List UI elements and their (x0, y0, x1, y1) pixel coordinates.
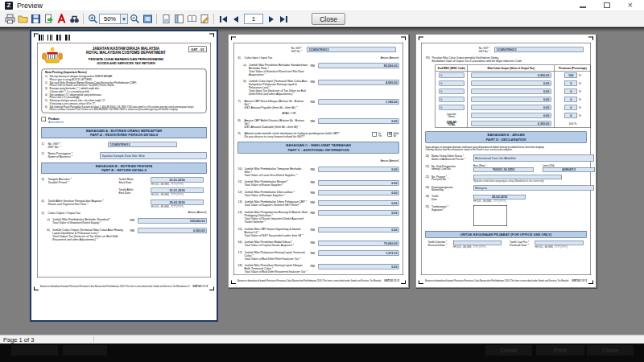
field-carry-forward: 9) Adakah anda memilih untuk membawa ke … (238, 132, 399, 138)
binoculars-icon (69, 14, 80, 24)
single-page-view-button[interactable] (159, 13, 172, 26)
next-page-icon (269, 16, 274, 23)
page-footer: Borang ini ditetapkan di bawah Peraturan… (237, 279, 399, 282)
minimize-button[interactable] (580, 6, 586, 8)
postmark-date-field (535, 241, 584, 245)
field-total-output-tax: b) Jumlah Cukai Output (Termasuk Nilai C… (47, 228, 207, 241)
facing-pages-view-button[interactable] (185, 13, 198, 26)
malaysia-coat-of-arms (42, 47, 64, 64)
gst-payable-value: 1,740.00 (319, 100, 399, 105)
crop-mark (209, 34, 214, 38)
standard-rated-supply-value: 105,000.00 (138, 218, 207, 224)
printer-icon (5, 14, 15, 24)
field-item-10: 10)Jumlah Nilai Pembekalan Tempatan Berk… (238, 167, 399, 176)
form-body: No. GST *GST No. * 123456789012 6) Cukai… (233, 43, 403, 275)
page-status-text: Page 1 of 3 (3, 336, 34, 343)
close-window-button[interactable]: × (628, 1, 633, 10)
or-label: ATAU / OR (283, 112, 399, 115)
yes-option: YaYes (373, 132, 382, 137)
declaration-text: Saya dengan ini mengaku bahawa maklumat … (426, 146, 587, 151)
next-page-button[interactable] (266, 16, 277, 23)
gst-no-value: 123456789012 (308, 47, 396, 53)
msic-breakdown-header: 19) Pecahan Nilai Cukai Output mengikut … (426, 56, 587, 62)
app-icon: Z (5, 2, 13, 10)
last-page-button[interactable] (277, 16, 291, 23)
find-button[interactable] (68, 13, 80, 26)
page-label: GST-03 | 3 / 3 (572, 279, 587, 282)
barcode (39, 35, 74, 41)
field-item-18: 18)Jumlah Nilai Pemulihan Hutang Lapuk D… (238, 264, 399, 274)
background-button (63, 345, 107, 356)
ic-old-value: A0804112 (543, 167, 595, 172)
first-page-button[interactable] (217, 16, 230, 23)
field-gst-no: 1) No. GST *GST No. * 123456789012 (42, 142, 207, 149)
document-viewport[interactable]: JABATAN KASTAM DIRAJA MALAYSIA ROYAL MAL… (0, 28, 644, 335)
zoom-level-select[interactable]: 50% (99, 14, 121, 24)
prev-page-button[interactable] (230, 16, 242, 23)
yes-checkbox (373, 132, 378, 137)
zoom-in-button[interactable] (86, 13, 99, 26)
status-bar: Page 1 of 3 (0, 335, 644, 343)
page-2[interactable]: No. GST *GST No. * 123456789012 6) Cukai… (228, 34, 409, 288)
zoom-dropdown-arrow[interactable]: ▼ (121, 14, 128, 24)
fit-page-button[interactable] (141, 13, 154, 26)
background-close-button: Close (587, 345, 634, 356)
no-checkbox: X (388, 132, 393, 137)
crop-mark (231, 37, 236, 41)
page-number-input[interactable] (244, 14, 263, 24)
office-use-fields: Tarikh Diterima *Received Date * HH (DD)… (426, 241, 587, 248)
page-footer: Borang ini ditetapkan di bawah Peraturan… (40, 285, 208, 287)
save-button[interactable] (29, 13, 42, 26)
folder-icon (18, 14, 28, 24)
gst-claimable-value: 0.00 (319, 118, 399, 124)
background-window-strip: Detail Print Close (0, 343, 644, 362)
notes-title: Nota Penting (Important Notes) (45, 71, 203, 74)
field-gst-claimable: 8) Amaun CBP Boleh Dituntut (Butiran 6b … (238, 118, 399, 128)
form-title-en: GOODS AND SERVICES TAX RETURN (67, 61, 186, 65)
output-tax-header: 5) Cukai Output / Output Tax Amaun (Amou… (42, 212, 207, 215)
no-option: XTidakNo (388, 132, 399, 137)
export-button[interactable] (42, 13, 55, 26)
crop-mark (401, 37, 406, 41)
first-page-icon (222, 16, 227, 23)
close-preview-button[interactable]: Close (312, 13, 345, 25)
page-label: GST-03 | 1 / 3 (192, 285, 208, 287)
field-business-name: 2) Nama Perniagaan *Name of Business * S… (42, 152, 207, 159)
toolbar-separator (213, 14, 214, 24)
print-button[interactable] (3, 13, 16, 26)
window-title: Preview (17, 2, 43, 10)
field-item-17: 17)Jumlah Nilai Pelepasan Hutang Lapuk T… (238, 250, 399, 260)
annotate-button[interactable] (198, 13, 211, 26)
page-1[interactable]: JABATAN KASTAM DIRAJA MALAYSIA ROYAL MAL… (30, 30, 218, 322)
gst-no-header: No. GST *GST No. * 123456789012 (238, 47, 396, 53)
msic-table: Kod MSIC (MSIC Code) Nilai Cukai Output … (436, 64, 591, 128)
open-button[interactable] (16, 13, 29, 26)
field-standard-rated-acquisitions: a) Jumlah Nilai Perolehan Berkadar Stand… (244, 63, 399, 76)
crop-mark (34, 287, 39, 291)
total-input-tax-value: 4,560.00 (319, 80, 399, 85)
floppy-disk-icon (31, 14, 41, 24)
business-name-value: Syarikat Sample Data Sdn. Bhd. (101, 152, 207, 159)
background-print-button: Print (536, 345, 584, 356)
export-pdf-button[interactable] (55, 13, 68, 26)
zoom-out-button[interactable] (128, 13, 141, 26)
field-item-11: 11)Jumlah Nilai Pembekalan Eksport *Tota… (238, 180, 399, 187)
field-authorised-person: 20) Nama Orang Diberi Kuasa *Name of Aut… (426, 154, 587, 162)
crop-mark (588, 37, 593, 41)
maximize-button[interactable] (604, 2, 610, 8)
authorised-person-value: Muhammad Zarin bin Abdullah (473, 154, 594, 162)
acquisitions-value: 85,000.00 (319, 63, 399, 68)
page-3[interactable]: No. GST *GST No. * 123456789012 19) Peca… (415, 34, 597, 288)
magnifier-minus-icon (130, 14, 140, 24)
ic-new-value: 760101-14-5252 (473, 167, 534, 172)
form-code-badge: GST - 03 (188, 47, 206, 53)
field-item-14: 14)Jumlah Nilai Pengimportan Barang Di B… (238, 211, 399, 224)
field-date: 24) TarikhDate 29-02-2016HH (DD) - BB (M… (426, 195, 587, 202)
crop-mark (419, 281, 423, 285)
crop-mark (401, 281, 406, 285)
signature-box (473, 205, 507, 226)
pdf-icon (56, 14, 67, 24)
thumbnails-panel-button[interactable] (172, 13, 185, 26)
total-output-tax-value: 6,300.00 (138, 228, 207, 234)
window-controls: × (580, 1, 639, 10)
